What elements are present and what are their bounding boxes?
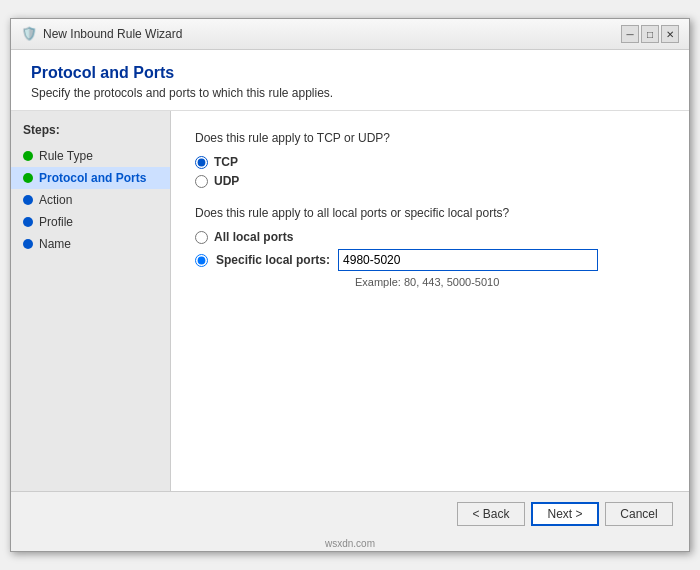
specific-ports-radio[interactable] <box>195 254 208 267</box>
udp-label[interactable]: UDP <box>214 174 239 188</box>
close-button[interactable]: ✕ <box>661 25 679 43</box>
all-ports-radio[interactable] <box>195 231 208 244</box>
step-dot-rule-type <box>23 151 33 161</box>
sidebar-item-rule-type[interactable]: Rule Type <box>11 145 170 167</box>
title-bar-left: 🛡️ New Inbound Rule Wizard <box>21 26 182 42</box>
step-dot-profile <box>23 217 33 227</box>
sidebar-item-name[interactable]: Name <box>11 233 170 255</box>
steps-panel: Steps: Rule Type Protocol and Ports Acti… <box>11 111 171 491</box>
udp-radio-row: UDP <box>195 174 665 188</box>
back-button[interactable]: < Back <box>457 502 525 526</box>
tcp-radio-row: TCP <box>195 155 665 169</box>
step-dot-name <box>23 239 33 249</box>
step-label-action: Action <box>39 193 72 207</box>
specific-ports-row: Specific local ports: <box>195 249 665 271</box>
page-title: Protocol and Ports <box>31 64 669 82</box>
tcp-udp-question: Does this rule apply to TCP or UDP? <box>195 131 665 145</box>
dialog-header: Protocol and Ports Specify the protocols… <box>11 50 689 111</box>
tcp-label[interactable]: TCP <box>214 155 238 169</box>
title-bar: 🛡️ New Inbound Rule Wizard ─ □ ✕ <box>11 19 689 50</box>
all-ports-label[interactable]: All local ports <box>214 230 293 244</box>
specific-ports-label[interactable]: Specific local ports: <box>216 253 330 267</box>
app-icon: 🛡️ <box>21 26 37 42</box>
page-subtitle: Specify the protocols and ports to which… <box>31 86 669 100</box>
step-label-name: Name <box>39 237 71 251</box>
sidebar-item-profile[interactable]: Profile <box>11 211 170 233</box>
dialog-body: Steps: Rule Type Protocol and Ports Acti… <box>11 111 689 491</box>
ports-example-text: Example: 80, 443, 5000-5010 <box>355 276 665 288</box>
watermark: wsxdn.com <box>11 536 689 551</box>
sidebar-item-protocol-ports[interactable]: Protocol and Ports <box>11 167 170 189</box>
step-dot-protocol-ports <box>23 173 33 183</box>
protocol-radio-group: TCP UDP <box>195 155 665 188</box>
minimize-button[interactable]: ─ <box>621 25 639 43</box>
dialog-window: 🛡️ New Inbound Rule Wizard ─ □ ✕ Protoco… <box>10 18 690 552</box>
maximize-button[interactable]: □ <box>641 25 659 43</box>
title-controls: ─ □ ✕ <box>621 25 679 43</box>
ports-question: Does this rule apply to all local ports … <box>195 206 665 220</box>
tcp-radio[interactable] <box>195 156 208 169</box>
ports-input[interactable] <box>338 249 598 271</box>
udp-radio[interactable] <box>195 175 208 188</box>
title-text: New Inbound Rule Wizard <box>43 27 182 41</box>
next-button[interactable]: Next > <box>531 502 599 526</box>
cancel-button[interactable]: Cancel <box>605 502 673 526</box>
steps-title: Steps: <box>11 123 170 145</box>
step-label-profile: Profile <box>39 215 73 229</box>
step-dot-action <box>23 195 33 205</box>
sidebar-item-action[interactable]: Action <box>11 189 170 211</box>
step-label-protocol-ports: Protocol and Ports <box>39 171 146 185</box>
section-divider: Does this rule apply to all local ports … <box>195 206 665 220</box>
dialog-footer: < Back Next > Cancel <box>11 491 689 536</box>
all-ports-radio-row: All local ports <box>195 230 665 244</box>
ports-radio-group: All local ports Specific local ports: Ex… <box>195 230 665 288</box>
content-panel: Does this rule apply to TCP or UDP? TCP … <box>171 111 689 491</box>
step-label-rule-type: Rule Type <box>39 149 93 163</box>
